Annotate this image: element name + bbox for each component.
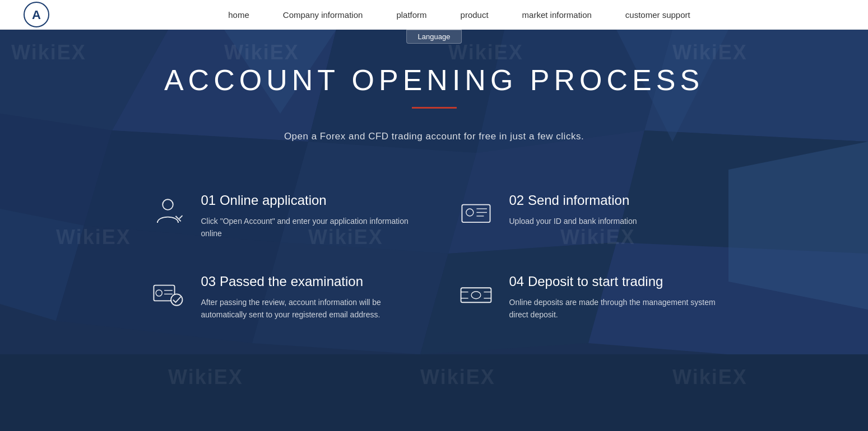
svg-point-34 — [171, 294, 182, 306]
step-04-desc: Online deposits are made through the man… — [509, 296, 720, 321]
step-02-icon — [457, 193, 496, 232]
step-02-desc: Upload your ID and bank information — [509, 215, 637, 227]
step-01: 01 Online application Click "Open Accoun… — [126, 176, 434, 257]
nav-platform[interactable]: platform — [396, 10, 426, 20]
examination-icon — [150, 275, 186, 311]
logo-area: A — [22, 1, 50, 29]
header: A home Company information platform prod… — [0, 0, 868, 30]
step-03-title: 03 Passed the examination — [201, 274, 412, 289]
step-03-icon — [148, 274, 188, 313]
logo-icon: A — [22, 1, 50, 29]
svg-rect-21 — [0, 354, 868, 431]
page-title: ACCOUNT OPENING PROCESS — [164, 63, 704, 97]
svg-line-24 — [179, 216, 183, 219]
step-02-title: 02 Send information — [509, 193, 637, 208]
deposit-icon — [458, 275, 494, 311]
step-01-text: 01 Online application Click "Open Accoun… — [201, 193, 412, 240]
step-01-title: 01 Online application — [201, 193, 412, 208]
step-03-desc: After passing the review, account inform… — [201, 296, 412, 321]
step-04-icon — [457, 274, 496, 313]
main-nav: home Company information platform produc… — [73, 10, 846, 20]
nav-customer-support[interactable]: customer support — [625, 10, 690, 20]
step-03: 03 Passed the examination After passing … — [126, 257, 434, 338]
nav-market-info[interactable]: market information — [522, 10, 592, 20]
step-04-title: 04 Deposit to start trading — [509, 274, 720, 289]
hero-section: WikiEX WikiEX WikiEX WikiEX WikiEX WikiE… — [0, 30, 868, 431]
step-04-text: 04 Deposit to start trading Online depos… — [509, 274, 720, 321]
online-application-icon — [150, 194, 186, 231]
svg-line-23 — [175, 216, 180, 221]
svg-point-26 — [466, 209, 474, 216]
step-02-text: 02 Send information Upload your ID and b… — [509, 193, 637, 227]
steps-grid: 01 Online application Click "Open Accoun… — [126, 176, 742, 338]
hero-subtitle: Open a Forex and CFD trading account for… — [284, 131, 584, 142]
nav-home[interactable]: home — [228, 10, 249, 20]
nav-company-info[interactable]: Company information — [283, 10, 363, 20]
step-03-text: 03 Passed the examination After passing … — [201, 274, 412, 321]
step-02: 02 Send information Upload your ID and b… — [434, 176, 742, 257]
step-01-desc: Click "Open Account" and enter your appl… — [201, 215, 412, 240]
svg-text:A: A — [32, 8, 41, 22]
nav-product[interactable]: product — [461, 10, 489, 20]
svg-point-31 — [156, 290, 162, 296]
step-01-icon — [148, 193, 188, 232]
send-information-icon — [458, 194, 494, 231]
step-04: 04 Deposit to start trading Online depos… — [434, 257, 742, 338]
title-divider — [412, 107, 457, 109]
svg-point-36 — [471, 292, 481, 299]
hero-content: ACCOUNT OPENING PROCESS Open a Forex and… — [0, 30, 868, 338]
svg-rect-35 — [461, 288, 491, 302]
svg-point-22 — [163, 199, 173, 210]
